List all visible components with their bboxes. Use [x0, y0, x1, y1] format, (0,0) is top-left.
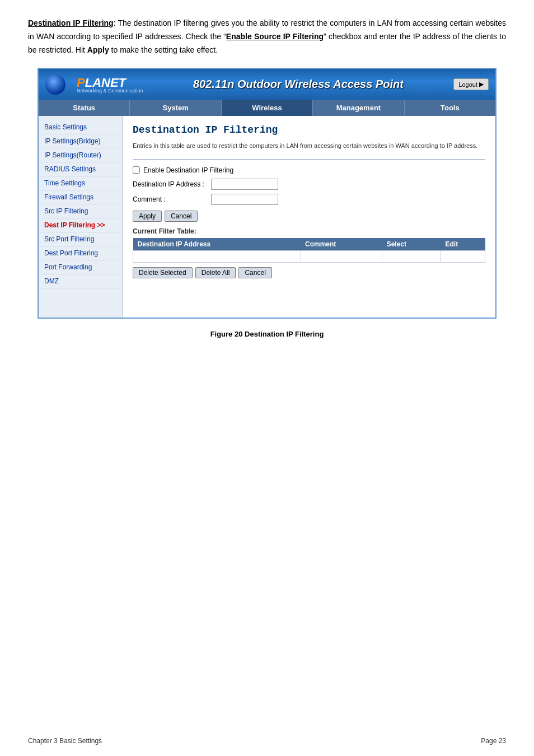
empty-select	[382, 250, 441, 262]
router-ui-box: PLANET Networking & Communication 802.11…	[38, 68, 496, 319]
empty-edit	[441, 250, 485, 262]
figure-caption: Figure 20 Destination IP Filtering	[28, 330, 506, 338]
footer-left: Chapter 3 Basic Settings	[28, 737, 102, 745]
col-comment: Comment	[301, 238, 382, 251]
empty-comment	[301, 250, 382, 262]
logo-subtitle: Networking & Communication	[77, 88, 143, 94]
empty-dest-ip	[133, 250, 301, 262]
logout-label: Logout	[458, 81, 477, 88]
main-area: Basic Settings IP Settings(Bridge) IP Se…	[39, 116, 495, 318]
sidebar-item-time[interactable]: Time Settings	[39, 176, 122, 190]
planet-logo	[45, 74, 72, 95]
enable-checkbox-row: Enable Destination IP Filtering	[133, 166, 485, 174]
nav-tools[interactable]: Tools	[405, 100, 495, 116]
sidebar-item-dest-ip[interactable]: Dest IP Filtering >>	[39, 218, 122, 232]
intro-bold-title: Destination IP Filtering	[28, 18, 114, 27]
sidebar-item-firewall[interactable]: Firewall Settings	[39, 190, 122, 204]
sidebar-item-src-ip[interactable]: Src IP Filtering	[39, 204, 122, 218]
intro-bold-apply: Apply	[87, 45, 109, 54]
comment-label: Comment :	[133, 195, 211, 203]
table-header-row: Destination IP Address Comment Select Ed…	[133, 238, 485, 251]
bottom-button-row: Delete Selected Delete All Cancel	[133, 267, 485, 278]
comment-input[interactable]	[211, 194, 278, 205]
apply-button[interactable]: Apply	[133, 211, 162, 222]
col-edit: Edit	[441, 238, 485, 251]
delete-selected-button[interactable]: Delete Selected	[133, 267, 193, 278]
planet-icon	[45, 74, 65, 95]
page-footer: Chapter 3 Basic Settings Page 23	[28, 737, 506, 745]
logo-text-area: PLANET Networking & Communication	[77, 76, 143, 94]
footer-right: Page 23	[481, 737, 506, 745]
dest-ip-row: Destination IP Address :	[133, 179, 485, 190]
sidebar-item-ip-bridge[interactable]: IP Settings(Bridge)	[39, 134, 122, 148]
nav-status[interactable]: Status	[39, 100, 130, 116]
enable-dest-label: Enable Destination IP Filtering	[143, 166, 233, 174]
form-button-row: Apply Cancel	[133, 211, 485, 222]
table-empty-row	[133, 250, 485, 262]
intro-paragraph: Destination IP Filtering: The destinatio…	[28, 17, 506, 57]
table-section: Current Filter Table: Destination IP Add…	[133, 227, 485, 278]
nav-wireless[interactable]: Wireless	[222, 100, 313, 116]
intro-bold-enable: Enable Source IP Filtering	[226, 32, 324, 41]
nav-system[interactable]: System	[130, 100, 221, 116]
sidebar-item-src-port[interactable]: Src Port Filtering	[39, 232, 122, 246]
sidebar-item-radius[interactable]: RADIUS Settings	[39, 162, 122, 176]
col-dest-ip: Destination IP Address	[133, 238, 301, 251]
router-header: PLANET Networking & Communication 802.11…	[39, 69, 495, 100]
nav-bar: Status System Wireless Management Tools	[39, 100, 495, 116]
intro-text-3: to make the setting take effect.	[109, 45, 218, 54]
sidebar-item-port-forward[interactable]: Port Forwarding	[39, 260, 122, 274]
description-text: Entries in this table are used to restri…	[133, 141, 485, 151]
delete-all-button[interactable]: Delete All	[195, 267, 236, 278]
sidebar-item-dest-port[interactable]: Dest Port Filtering	[39, 246, 122, 260]
logout-arrow-icon: ▶	[479, 81, 484, 88]
sidebar: Basic Settings IP Settings(Bridge) IP Se…	[39, 116, 123, 318]
cancel-button[interactable]: Cancel	[165, 211, 198, 222]
dest-ip-label: Destination IP Address :	[133, 180, 211, 188]
dest-ip-input[interactable]	[211, 179, 278, 190]
filter-table: Destination IP Address Comment Select Ed…	[133, 238, 485, 263]
col-select: Select	[382, 238, 441, 251]
sidebar-item-basic-settings[interactable]: Basic Settings	[39, 120, 122, 134]
nav-management[interactable]: Management	[313, 100, 404, 116]
content-panel: Destination IP Filtering Entries in this…	[123, 116, 495, 318]
logo-area: PLANET Networking & Communication	[45, 74, 143, 95]
page-title: Destination IP Filtering	[133, 124, 485, 136]
logout-button[interactable]: Logout ▶	[453, 78, 489, 90]
sidebar-item-ip-router[interactable]: IP Settings(Router)	[39, 148, 122, 162]
comment-row: Comment :	[133, 194, 485, 205]
cancel-table-button[interactable]: Cancel	[238, 267, 271, 278]
divider	[133, 159, 485, 160]
enable-dest-checkbox[interactable]	[133, 166, 140, 174]
table-label: Current Filter Table:	[133, 227, 485, 235]
sidebar-item-dmz[interactable]: DMZ	[39, 274, 122, 288]
header-title: 802.11n Outdoor Wireless Access Point	[143, 78, 454, 91]
